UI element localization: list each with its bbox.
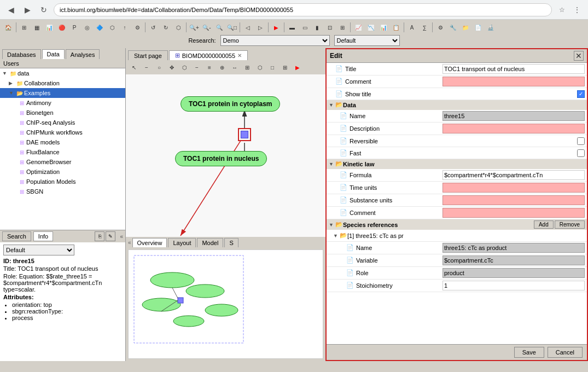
tb-btn-35[interactable]: 📄 [472,21,484,33]
close-tab-icon[interactable]: ✕ [237,53,242,59]
bookmark-icon[interactable]: ☆ [555,3,568,16]
refresh-button[interactable]: ↻ [37,3,50,16]
input-title[interactable] [443,64,585,74]
tb-btn-13[interactable]: ⬡ [172,21,184,33]
forward-button[interactable]: ▶ [21,3,34,16]
tree-item-optimization[interactable]: ⊞ Optimization [0,167,125,177]
input-variable[interactable] [443,255,585,265]
input-formula[interactable] [443,170,585,180]
tree-item-data[interactable]: ▼ 📁 data [0,68,125,78]
tb-btn-34[interactable]: 📁 [459,21,471,33]
tb-btn-30[interactable]: A [406,21,418,33]
input-kinetic-comment[interactable] [443,208,585,218]
tb-btn-10[interactable]: ⚙ [131,21,143,33]
tree-item-fluxbalance[interactable]: ⊞ FluxBalance [0,147,125,157]
tree-item-examples[interactable]: ▼ 📂 Examples [0,88,125,98]
cytoplasm-node[interactable]: TOC1 protein in cytoplasm [181,96,280,112]
tb-btn-16[interactable]: 🔍 [213,21,225,33]
view-tab-layout[interactable]: Layout [168,238,196,247]
doc-tab-start[interactable]: Start page [128,50,168,60]
view-tab-overview[interactable]: Overview [132,238,167,247]
checkbox-reversible[interactable] [577,137,585,145]
tb-btn-11[interactable]: ↺ [147,21,159,33]
tb-btn-29[interactable]: 📋 [390,21,402,33]
reaction-box[interactable] [238,128,251,141]
tb-btn-7[interactable]: 🔷 [94,21,106,33]
tb-btn-19[interactable]: ▷ [254,21,266,33]
expand-icon-examples[interactable]: ▼ [9,90,15,96]
diag-btn7[interactable]: ≡ [203,61,216,73]
input-species-name[interactable] [443,243,585,253]
nucleus-node[interactable]: TOC1 protein in nucleus [175,151,267,166]
tb-btn-12[interactable]: ↻ [160,21,172,33]
diag-btn8[interactable]: ⊕ [216,61,228,73]
input-timeunits[interactable] [443,183,585,193]
diag-btn13[interactable]: ⊞ [279,61,291,73]
input-name[interactable] [443,111,585,121]
tb-btn-2[interactable]: ▦ [31,21,43,33]
tab-analyses[interactable]: Analyses [66,49,100,59]
tree-item-population[interactable]: ⊞ Population Models [0,177,125,187]
tb-btn-20[interactable]: ▶ [270,21,282,33]
tb-btn-28[interactable]: 📊 [377,21,389,33]
input-stoichiometry[interactable] [443,281,585,290]
default-select[interactable]: Default [334,35,400,46]
tb-btn-5[interactable]: P [68,21,80,33]
tb-btn-3[interactable]: 📊 [43,21,55,33]
diag-btn14[interactable]: ▶ [292,61,304,73]
edit-close-button[interactable]: ✕ [574,51,584,61]
tb-btn-15[interactable]: 🔍- [201,21,213,33]
cancel-button[interactable]: Cancel [548,347,583,358]
edit-icon-btn[interactable]: ✎ [106,231,115,241]
tree-item-antimony[interactable]: ⊞ Antimony [0,98,125,108]
diag-move-btn[interactable]: ✥ [166,61,178,73]
input-role[interactable] [443,268,585,278]
checkbox-fast[interactable] [577,149,585,157]
menu-icon[interactable]: ⋮ [570,3,584,16]
tb-btn-1[interactable]: ⊞ [18,21,30,33]
tb-btn-32[interactable]: ⚙ [434,21,446,33]
input-description[interactable] [443,124,585,133]
tb-btn-26[interactable]: 📈 [352,21,364,33]
tb-btn-36[interactable]: 🔬 [485,21,497,33]
doc-tab-biomd[interactable]: ⊞ BIOMD0000000055 ✕ [169,50,248,60]
diag-btn6[interactable]: − [191,61,203,73]
diag-circle-btn[interactable]: ○ [153,61,165,73]
tree-item-chipseq[interactable]: ⊞ ChIP-seq Analysis [0,118,125,127]
tree-item-bionetgen[interactable]: ⊞ Bionetgen [0,108,125,118]
tb-btn-25[interactable]: ⊞ [336,21,348,33]
tb-btn-21[interactable]: ▬ [286,21,298,33]
expand-icon-data[interactable]: ▼ [2,71,9,76]
tb-btn-22[interactable]: ▭ [299,21,311,33]
expand-kinetic-section[interactable]: ▼ [329,161,335,167]
input-substanceunits[interactable] [443,195,585,205]
address-input[interactable] [54,3,552,16]
remove-species-button[interactable]: Remove [555,220,585,229]
diag-delete-btn[interactable]: − [141,61,153,73]
research-select[interactable]: Demo [220,35,330,46]
input-comment[interactable] [443,77,585,86]
diag-btn11[interactable]: ⬡ [254,61,266,73]
view-tab-model[interactable]: Model [197,238,223,247]
tb-btn-17[interactable]: 🔍□ [226,21,238,33]
tb-btn-24[interactable]: ⊡ [324,21,336,33]
info-tab[interactable]: Info [33,231,53,241]
expand-data-section[interactable]: ▼ [329,102,335,108]
logo-btn[interactable]: 🏠 [2,21,14,33]
tab-databases[interactable]: Databases [2,49,41,59]
expand-icon-collab[interactable]: ▶ [9,80,15,86]
view-tab-s[interactable]: S [224,238,238,247]
expand-species-sub[interactable]: ▼ [333,233,340,239]
tree-item-sbgn[interactable]: ⊞ SBGN [0,187,125,196]
tb-btn-27[interactable]: 📉 [365,21,377,33]
view-arrow-left[interactable]: « [128,240,131,246]
tb-btn-8[interactable]: ⬡ [106,21,118,33]
tree-item-chipmunk[interactable]: ⊞ ChIPMunk workflows [0,127,125,137]
checkbox-show-title[interactable]: ✓ [577,90,585,98]
diag-select-btn[interactable]: ↖ [128,61,140,73]
tb-btn-4[interactable]: 🔴 [56,21,68,33]
tb-btn-6[interactable]: ◎ [81,21,93,33]
tb-btn-31[interactable]: ∑ [418,21,430,33]
tree-area[interactable]: ▼ 📁 data ▶ 📁 Collaboration ▼ 📂 Examples … [0,68,125,230]
tb-btn-14[interactable]: 🔍+ [188,21,200,33]
